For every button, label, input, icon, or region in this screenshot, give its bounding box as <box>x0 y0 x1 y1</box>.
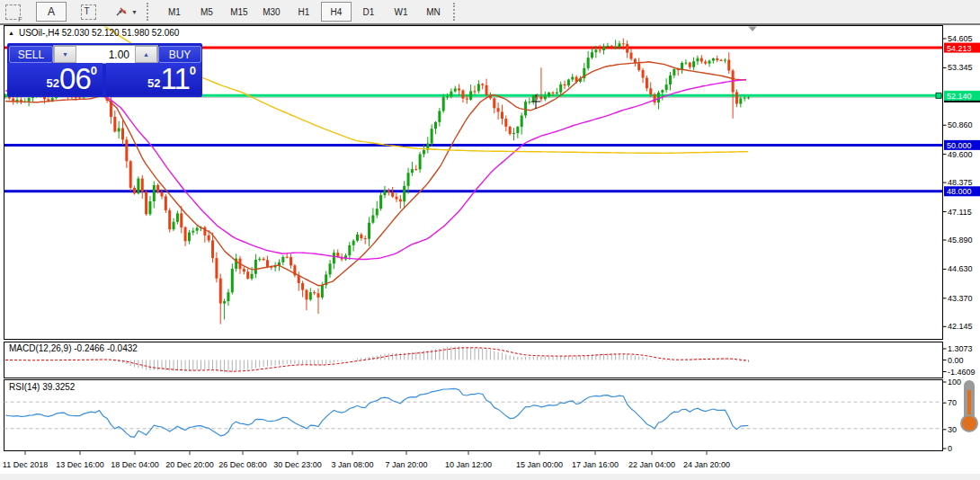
candle-body <box>747 97 750 98</box>
timeframe-button-m1[interactable]: M1 <box>159 2 190 22</box>
candle-body <box>692 61 695 67</box>
price-tick-label: 42.145 <box>948 322 973 331</box>
sell-price-prefix: 52 <box>47 76 59 90</box>
candle-body <box>528 102 530 102</box>
candle-body <box>145 191 147 214</box>
candle-body <box>532 95 535 102</box>
price-tick-label: 54.605 <box>948 34 973 43</box>
candle-body <box>654 94 656 102</box>
candle-body <box>434 122 437 129</box>
candle-body <box>113 117 116 131</box>
price-tick-label: 43.370 <box>948 294 973 303</box>
frame-tool-button[interactable]: F <box>0 2 28 22</box>
candle-body <box>673 69 675 76</box>
timeframe-button-h1[interactable]: H1 <box>289 2 319 22</box>
volume-decrease-button[interactable]: ▼ <box>54 46 76 63</box>
candle-body <box>481 84 484 84</box>
candle-body <box>458 88 460 90</box>
sell-price-big: 06 <box>59 66 91 93</box>
candle-body <box>466 99 468 100</box>
candle-body <box>442 97 445 111</box>
candle-body <box>536 95 539 96</box>
candle-body <box>712 58 715 61</box>
candle-body <box>396 197 398 200</box>
candle-body <box>383 191 386 195</box>
buy-price[interactable]: 52110 <box>106 63 201 95</box>
candle-body <box>227 292 229 301</box>
candle-body <box>548 93 550 96</box>
volume-input[interactable] <box>76 46 135 63</box>
svg-text:48.000: 48.000 <box>947 187 972 196</box>
candle-body <box>173 222 175 229</box>
volume-stepper: ▼ ▲ <box>53 45 158 64</box>
sell-button[interactable]: SELL <box>9 46 53 63</box>
candle-body <box>516 127 519 133</box>
sell-price[interactable]: 52060 <box>7 63 102 95</box>
candle-body <box>258 259 261 260</box>
price-tick-label: 47.115 <box>948 208 972 217</box>
candle-body <box>614 48 617 49</box>
candle-body <box>591 52 593 58</box>
timeframe-button-mn[interactable]: MN <box>418 2 449 22</box>
candle-body <box>360 235 362 238</box>
candle-body <box>368 223 370 239</box>
candle-body <box>290 257 292 265</box>
candle-body <box>571 77 574 80</box>
timeframe-button-m5[interactable]: M5 <box>192 2 222 22</box>
candle-body <box>716 58 718 60</box>
svg-text:50.000: 50.000 <box>947 141 972 150</box>
candle-body <box>407 173 410 186</box>
candle-body <box>509 127 512 134</box>
candle-body <box>630 53 633 59</box>
text-tool-icon: T <box>81 4 96 20</box>
candle-body <box>438 111 441 121</box>
arrows-icon <box>114 5 129 18</box>
timeframe-button-m30[interactable]: M30 <box>256 2 287 22</box>
candle-body <box>78 97 81 98</box>
time-tick-label: 7 Jan 20:00 <box>385 460 427 469</box>
candle-body <box>559 84 562 93</box>
candle-body <box>125 139 128 161</box>
timeframe-button-h4[interactable]: H4 <box>321 2 352 22</box>
timeframe-button-m15[interactable]: M15 <box>224 2 254 22</box>
candle-body <box>379 195 382 209</box>
sell-price-sup: 0 <box>91 64 97 77</box>
candle-body <box>474 91 477 92</box>
rsi-label: RSI(14) 39.3252 <box>9 382 76 392</box>
candle-body <box>414 169 417 170</box>
dashed-frame-icon: F <box>5 4 21 20</box>
buy-button[interactable]: BUY <box>158 46 201 63</box>
candle-body <box>739 99 742 104</box>
text-tool-button[interactable]: T <box>73 2 103 22</box>
buy-price-big: 11 <box>161 66 190 93</box>
candle-body <box>156 185 159 192</box>
candle-body <box>744 98 746 99</box>
candle-body <box>251 274 254 279</box>
shapes-tool-button[interactable]: ▼ <box>110 2 142 22</box>
one-click-collapse-icon[interactable]: ▲ <box>8 30 14 36</box>
time-tick-label: 3 Jan 08:00 <box>331 460 373 469</box>
time-tick-label: 22 Jan 04:00 <box>628 460 675 469</box>
candle-body <box>735 93 738 104</box>
timeframe-button-d1[interactable]: D1 <box>353 2 384 22</box>
candle-body <box>28 98 31 102</box>
candle-body <box>215 258 218 279</box>
candle-body <box>129 161 132 188</box>
level-line-green-badge: 52.140 <box>944 91 980 101</box>
arrow-tool-button[interactable]: A <box>36 2 67 22</box>
support-line-48-badge: 48.000 <box>944 186 980 196</box>
rsi-tick-label: 100 <box>948 378 961 387</box>
candle-body <box>286 257 289 258</box>
time-tick-label: 30 Dec 23:00 <box>273 460 322 469</box>
candle-body <box>301 283 304 290</box>
timeframe-button-w1[interactable]: W1 <box>386 2 416 22</box>
candle-body <box>388 191 390 192</box>
candle-body <box>454 88 457 91</box>
candle-body <box>188 233 191 242</box>
rsi-tick-label: 0 <box>948 444 952 453</box>
arrow-tool-label: A <box>48 5 55 18</box>
line-drag-handle[interactable] <box>936 93 941 98</box>
candle-body <box>504 119 507 127</box>
macd-label: MACD(12,26,9) -0.2466 -0.0432 <box>9 343 138 353</box>
volume-increase-button[interactable]: ▲ <box>135 46 157 63</box>
